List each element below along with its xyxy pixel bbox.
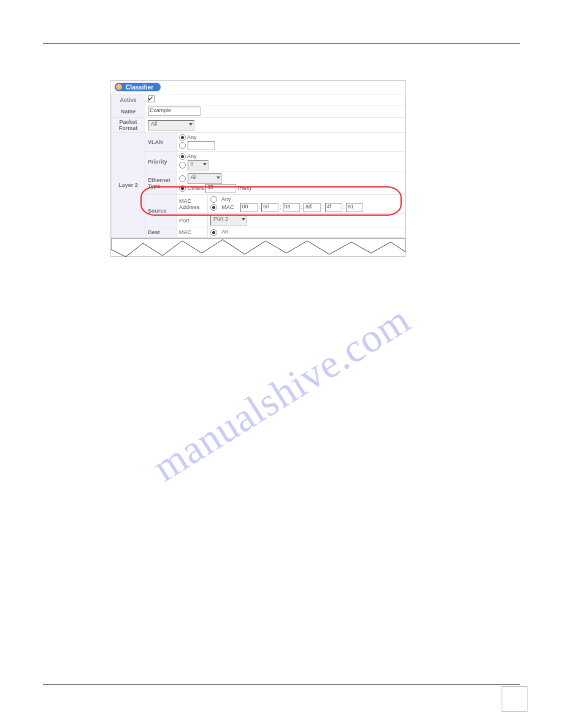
ethtype-others-text: Others <box>188 185 204 191</box>
source-mac-any-radio[interactable] <box>210 196 217 203</box>
section-badge-icon <box>116 84 122 90</box>
active-checkbox[interactable] <box>148 96 155 102</box>
mac-oct-2[interactable]: ba <box>283 203 300 212</box>
priority-select[interactable]: 0 <box>188 160 209 170</box>
packet-format-select[interactable]: All <box>148 120 194 131</box>
mac-oct-1[interactable]: 50 <box>261 203 278 212</box>
vlan-custom-input[interactable] <box>188 141 215 150</box>
source-port-label: Port <box>177 214 208 227</box>
ethernet-type-label: EthernetType <box>145 172 177 195</box>
source-mac-address-label: MACAddress <box>177 195 208 214</box>
mac-oct-5[interactable]: 81 <box>346 203 363 212</box>
vlan-label: VLAN <box>145 133 177 152</box>
mac-oct-3[interactable]: ad <box>304 203 321 212</box>
ethtype-others-input[interactable]: ffff <box>205 184 236 193</box>
watermark: manualshive.com <box>145 295 418 490</box>
vlan-any-radio[interactable] <box>179 134 186 141</box>
ethtype-hex-suffix: (Hex) <box>238 185 251 191</box>
dest-mac-label: MAC <box>177 227 208 237</box>
packet-format-label: PacketFormat <box>112 118 145 133</box>
priority-label: Priority <box>145 152 177 172</box>
source-mac-mac-text: MAC <box>222 204 234 210</box>
source-label: Source <box>145 195 177 227</box>
mac-oct-4[interactable]: 4f <box>325 203 342 212</box>
classifier-form: Active Name Example PacketFormat All <box>111 94 405 238</box>
name-input[interactable]: Example <box>148 107 201 116</box>
dest-mac-any-radio[interactable] <box>210 229 217 236</box>
dest-mac-any-text: An <box>221 229 228 235</box>
ethtype-all-radio[interactable] <box>179 175 186 182</box>
section-badge: Classifier <box>115 83 161 91</box>
classifier-figure: Classifier Active Name Example Pac <box>110 80 406 257</box>
top-rule <box>43 43 520 44</box>
active-label: Active <box>112 94 145 105</box>
source-port-select[interactable]: Port 2 <box>210 215 247 226</box>
layer2-label: Layer 2 <box>112 133 145 238</box>
source-mac-mac-radio[interactable] <box>210 204 217 211</box>
ethtype-others-radio[interactable] <box>179 185 186 192</box>
name-label: Name <box>112 105 145 118</box>
priority-custom-radio[interactable] <box>179 162 186 169</box>
vlan-any-text: Any <box>187 134 197 140</box>
dest-label: Dest <box>145 227 177 237</box>
section-title: Classifier <box>126 84 153 91</box>
ethtype-all-select[interactable]: All <box>188 173 222 184</box>
priority-any-radio[interactable] <box>179 153 186 160</box>
bottom-rule <box>43 684 520 685</box>
priority-any-text: Any <box>187 153 197 159</box>
source-mac-any-text: Any <box>221 196 231 202</box>
page-corner-box <box>502 686 527 712</box>
vlan-custom-radio[interactable] <box>179 142 186 149</box>
torn-edge <box>111 238 405 257</box>
mac-oct-0[interactable]: 00 <box>240 203 258 212</box>
